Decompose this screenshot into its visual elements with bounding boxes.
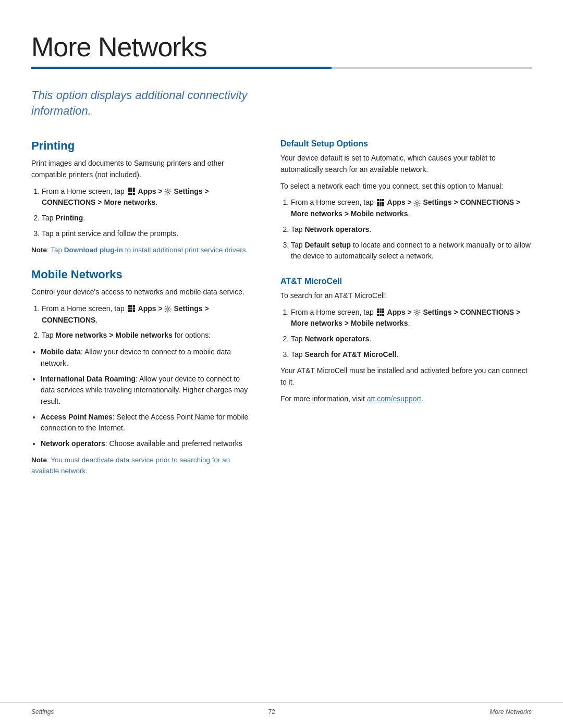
mobile-networks-note: Note: You must deactivate data service p… <box>31 455 255 477</box>
settings-icon-4 <box>413 309 421 316</box>
page-title: More Networks <box>31 31 532 63</box>
default-setup-steps: From a Home screen, tap Apps > Settings … <box>291 197 532 262</box>
mobile-networks-heading: Mobile Networks <box>31 268 255 281</box>
right-column: Default Setup Options Your device defaul… <box>280 139 532 485</box>
mobile-networks-bullets: Mobile data: Allow your device to connec… <box>41 347 255 450</box>
mn-step-1: From a Home screen, tap Apps > Settings … <box>42 303 255 326</box>
footer-left: Settings <box>31 708 54 715</box>
ds-step-3: Tap Default setup to locate and connect … <box>291 240 532 262</box>
page-container: More Networks This option displays addit… <box>0 0 563 527</box>
apps-icon-4 <box>377 309 384 316</box>
bullet-international-roaming: International Data Roaming: Allow your d… <box>41 374 255 408</box>
bullet-mobile-data: Mobile data: Allow your device to connec… <box>41 347 255 369</box>
att-step-3: Tap Search for AT&T MicroCell. <box>291 349 532 361</box>
footer-page-number: 72 <box>268 708 275 715</box>
title-divider <box>31 67 532 69</box>
ds-step-1: From a Home screen, tap Apps > Settings … <box>291 197 532 219</box>
svg-point-1 <box>167 308 169 310</box>
printing-step-3: Tap a print service and follow the promp… <box>42 228 255 240</box>
apps-icon-3 <box>377 199 384 206</box>
ds-step-2: Tap Network operators. <box>291 224 532 236</box>
footer-right: More Networks <box>489 708 532 715</box>
mobile-networks-steps: From a Home screen, tap Apps > Settings … <box>42 303 255 341</box>
printing-steps: From a Home screen, tap Apps > Settings … <box>42 186 255 240</box>
settings-icon-2 <box>164 305 172 313</box>
att-heading: AT&T MicroCell <box>280 277 532 286</box>
default-setup-para2: To select a network each time you connec… <box>280 181 532 192</box>
apps-icon-2 <box>128 305 135 312</box>
svg-point-0 <box>167 191 169 193</box>
att-section: AT&T MicroCell To search for an AT&T Mic… <box>280 277 532 405</box>
apps-icon-1 <box>128 188 135 195</box>
settings-icon-1 <box>164 188 172 195</box>
default-setup-heading: Default Setup Options <box>280 139 532 149</box>
att-step-2: Tap Network operators. <box>291 334 532 345</box>
printing-note: Note: Tap Download plug-in to install ad… <box>31 245 255 256</box>
bullet-access-point: Access Point Names: Select the Access Po… <box>41 412 255 434</box>
default-setup-para1: Your device default is set to Automatic,… <box>280 153 532 175</box>
svg-point-3 <box>416 312 418 314</box>
att-para2: For more information, visit att.com/esup… <box>280 393 532 405</box>
main-columns: Printing Print images and documents to S… <box>31 139 532 485</box>
footer: Settings 72 More Networks <box>0 702 563 715</box>
svg-point-2 <box>416 202 418 204</box>
bullet-network-operators: Network operators: Choose available and … <box>41 438 255 450</box>
settings-icon-3 <box>413 200 421 207</box>
att-para2-prefix: For more information, visit <box>280 394 367 403</box>
printing-step-1: From a Home screen, tap Apps > Settings … <box>42 186 255 208</box>
left-column: Printing Print images and documents to S… <box>31 139 255 485</box>
att-para1: Your AT&T MicroCell must be installed an… <box>280 365 532 388</box>
tagline: This option displays additional connecti… <box>31 88 271 118</box>
att-intro: To search for an AT&T MicroCell: <box>280 290 532 302</box>
att-steps: From a Home screen, tap Apps > Settings … <box>291 307 532 361</box>
att-link[interactable]: att.com/esupport <box>367 394 421 403</box>
att-step-1: From a Home screen, tap Apps > Settings … <box>291 307 532 329</box>
att-para2-suffix: . <box>421 394 423 403</box>
printing-step-2: Tap Printing. <box>42 213 255 224</box>
mn-step-2: Tap More networks > Mobile networks for … <box>42 330 255 341</box>
mobile-networks-intro: Control your device's access to networks… <box>31 287 255 298</box>
printing-heading: Printing <box>31 139 255 153</box>
printing-intro: Print images and documents to Samsung pr… <box>31 158 255 180</box>
